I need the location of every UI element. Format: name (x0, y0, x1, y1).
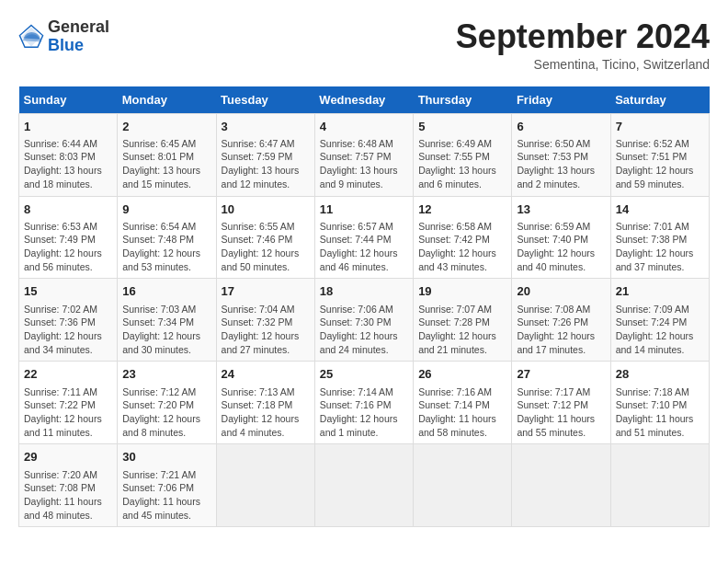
day-info: Sunrise: 6:55 AM Sunset: 7:46 PM Dayligh… (222, 220, 310, 274)
day-number: 21 (616, 283, 704, 300)
day-number: 6 (517, 119, 605, 135)
day-info: Sunrise: 7:16 AM Sunset: 7:14 PM Dayligh… (418, 385, 506, 440)
day-info: Sunrise: 6:59 AM Sunset: 7:40 PM Dayligh… (517, 220, 605, 274)
day-info: Sunrise: 7:07 AM Sunset: 7:28 PM Dayligh… (418, 303, 506, 357)
day-info: Sunrise: 6:45 AM Sunset: 8:01 PM Dayligh… (122, 137, 210, 191)
day-number: 3 (222, 119, 310, 135)
calendar-cell (610, 444, 709, 527)
calendar-cell: 14Sunrise: 7:01 AM Sunset: 7:38 PM Dayli… (610, 196, 709, 279)
calendar-week-row: 22Sunrise: 7:11 AM Sunset: 7:22 PM Dayli… (19, 362, 710, 444)
calendar-week-row: 15Sunrise: 7:02 AM Sunset: 7:36 PM Dayli… (19, 279, 710, 362)
calendar-cell (512, 444, 610, 527)
day-number: 30 (122, 449, 210, 465)
logo-general: General (48, 17, 109, 36)
day-number: 17 (222, 283, 310, 300)
day-info: Sunrise: 6:48 AM Sunset: 7:57 PM Dayligh… (320, 137, 408, 191)
day-number: 24 (222, 366, 310, 383)
calendar-cell: 26Sunrise: 7:16 AM Sunset: 7:14 PM Dayli… (414, 362, 512, 444)
calendar-header-row: Sunday Monday Tuesday Wednesday Thursday… (19, 86, 710, 114)
day-info: Sunrise: 7:04 AM Sunset: 7:32 PM Dayligh… (222, 303, 310, 357)
calendar-cell: 22Sunrise: 7:11 AM Sunset: 7:22 PM Dayli… (19, 362, 118, 444)
calendar-cell: 20Sunrise: 7:08 AM Sunset: 7:26 PM Dayli… (512, 279, 610, 362)
calendar-cell (314, 444, 413, 527)
calendar-cell: 15Sunrise: 7:02 AM Sunset: 7:36 PM Dayli… (19, 279, 118, 362)
day-info: Sunrise: 6:57 AM Sunset: 7:44 PM Dayligh… (320, 220, 408, 274)
calendar-cell: 12Sunrise: 6:58 AM Sunset: 7:42 PM Dayli… (414, 196, 512, 279)
day-number: 4 (320, 119, 408, 135)
day-info: Sunrise: 7:09 AM Sunset: 7:24 PM Dayligh… (616, 303, 704, 357)
logo: General Blue (18, 18, 109, 55)
day-number: 11 (320, 201, 408, 218)
header-tuesday: Tuesday (216, 86, 314, 114)
day-number: 12 (418, 201, 506, 218)
day-number: 13 (517, 201, 605, 218)
day-number: 19 (418, 283, 506, 300)
calendar-cell: 8Sunrise: 6:53 AM Sunset: 7:49 PM Daylig… (19, 196, 118, 279)
calendar-cell: 1Sunrise: 6:44 AM Sunset: 8:03 PM Daylig… (19, 113, 118, 196)
day-info: Sunrise: 7:18 AM Sunset: 7:10 PM Dayligh… (616, 385, 704, 440)
calendar-cell: 29Sunrise: 7:20 AM Sunset: 7:08 PM Dayli… (19, 444, 118, 527)
calendar-cell: 18Sunrise: 7:06 AM Sunset: 7:30 PM Dayli… (314, 279, 413, 362)
day-info: Sunrise: 7:17 AM Sunset: 7:12 PM Dayligh… (517, 385, 605, 440)
calendar-cell: 30Sunrise: 7:21 AM Sunset: 7:06 PM Dayli… (118, 444, 216, 527)
calendar-table: Sunday Monday Tuesday Wednesday Thursday… (18, 86, 710, 528)
calendar-cell (414, 444, 512, 527)
calendar-cell: 10Sunrise: 6:55 AM Sunset: 7:46 PM Dayli… (216, 196, 314, 279)
calendar-week-row: 1Sunrise: 6:44 AM Sunset: 8:03 PM Daylig… (19, 113, 710, 196)
day-info: Sunrise: 7:06 AM Sunset: 7:30 PM Dayligh… (320, 303, 408, 357)
day-number: 29 (24, 449, 112, 465)
calendar-cell: 2Sunrise: 6:45 AM Sunset: 8:01 PM Daylig… (118, 113, 216, 196)
day-info: Sunrise: 6:50 AM Sunset: 7:53 PM Dayligh… (517, 137, 605, 191)
day-info: Sunrise: 6:47 AM Sunset: 7:59 PM Dayligh… (222, 137, 310, 191)
location-subtitle: Sementina, Ticino, Switzerland (456, 57, 710, 72)
calendar-cell: 6Sunrise: 6:50 AM Sunset: 7:53 PM Daylig… (512, 113, 610, 196)
day-number: 15 (24, 283, 112, 300)
title-block: September 2024 Sementina, Ticino, Switze… (456, 18, 710, 72)
day-info: Sunrise: 6:52 AM Sunset: 7:51 PM Dayligh… (616, 137, 704, 191)
logo-blue: Blue (48, 36, 84, 54)
calendar-cell: 7Sunrise: 6:52 AM Sunset: 7:51 PM Daylig… (610, 113, 709, 196)
day-info: Sunrise: 6:49 AM Sunset: 7:55 PM Dayligh… (418, 137, 506, 191)
day-info: Sunrise: 7:12 AM Sunset: 7:20 PM Dayligh… (122, 385, 210, 440)
day-number: 10 (222, 201, 310, 218)
header-thursday: Thursday (414, 86, 512, 114)
calendar-cell: 28Sunrise: 7:18 AM Sunset: 7:10 PM Dayli… (610, 362, 709, 444)
day-info: Sunrise: 7:14 AM Sunset: 7:16 PM Dayligh… (320, 385, 408, 440)
calendar-cell: 4Sunrise: 6:48 AM Sunset: 7:57 PM Daylig… (314, 113, 413, 196)
day-info: Sunrise: 7:21 AM Sunset: 7:06 PM Dayligh… (122, 468, 210, 523)
header-monday: Monday (118, 86, 216, 114)
day-number: 5 (418, 119, 506, 135)
day-info: Sunrise: 6:53 AM Sunset: 7:49 PM Dayligh… (24, 220, 112, 274)
calendar-cell: 13Sunrise: 6:59 AM Sunset: 7:40 PM Dayli… (512, 196, 610, 279)
calendar-cell: 11Sunrise: 6:57 AM Sunset: 7:44 PM Dayli… (314, 196, 413, 279)
header-wednesday: Wednesday (314, 86, 413, 114)
day-number: 18 (320, 283, 408, 300)
calendar-cell: 3Sunrise: 6:47 AM Sunset: 7:59 PM Daylig… (216, 113, 314, 196)
day-info: Sunrise: 7:02 AM Sunset: 7:36 PM Dayligh… (24, 303, 112, 357)
calendar-cell: 24Sunrise: 7:13 AM Sunset: 7:18 PM Dayli… (216, 362, 314, 444)
day-info: Sunrise: 6:44 AM Sunset: 8:03 PM Dayligh… (24, 137, 112, 191)
calendar-cell: 5Sunrise: 6:49 AM Sunset: 7:55 PM Daylig… (414, 113, 512, 196)
calendar-cell: 16Sunrise: 7:03 AM Sunset: 7:34 PM Dayli… (118, 279, 216, 362)
day-number: 1 (24, 119, 112, 135)
day-info: Sunrise: 7:13 AM Sunset: 7:18 PM Dayligh… (222, 385, 310, 440)
day-number: 26 (418, 366, 506, 383)
day-number: 28 (616, 366, 704, 383)
day-info: Sunrise: 6:58 AM Sunset: 7:42 PM Dayligh… (418, 220, 506, 274)
day-number: 20 (517, 283, 605, 300)
calendar-cell (216, 444, 314, 527)
calendar-week-row: 29Sunrise: 7:20 AM Sunset: 7:08 PM Dayli… (19, 444, 710, 527)
day-number: 16 (122, 283, 210, 300)
page-header: General Blue September 2024 Sementina, T… (18, 18, 710, 72)
day-number: 27 (517, 366, 605, 383)
day-info: Sunrise: 6:54 AM Sunset: 7:48 PM Dayligh… (122, 220, 210, 274)
calendar-cell: 9Sunrise: 6:54 AM Sunset: 7:48 PM Daylig… (118, 196, 216, 279)
calendar-cell: 19Sunrise: 7:07 AM Sunset: 7:28 PM Dayli… (414, 279, 512, 362)
calendar-cell: 17Sunrise: 7:04 AM Sunset: 7:32 PM Dayli… (216, 279, 314, 362)
day-number: 23 (122, 366, 210, 383)
day-number: 9 (122, 201, 210, 218)
day-number: 14 (616, 201, 704, 218)
logo-icon (18, 24, 44, 50)
day-info: Sunrise: 7:11 AM Sunset: 7:22 PM Dayligh… (24, 385, 112, 440)
logo-text: General Blue (48, 18, 109, 55)
